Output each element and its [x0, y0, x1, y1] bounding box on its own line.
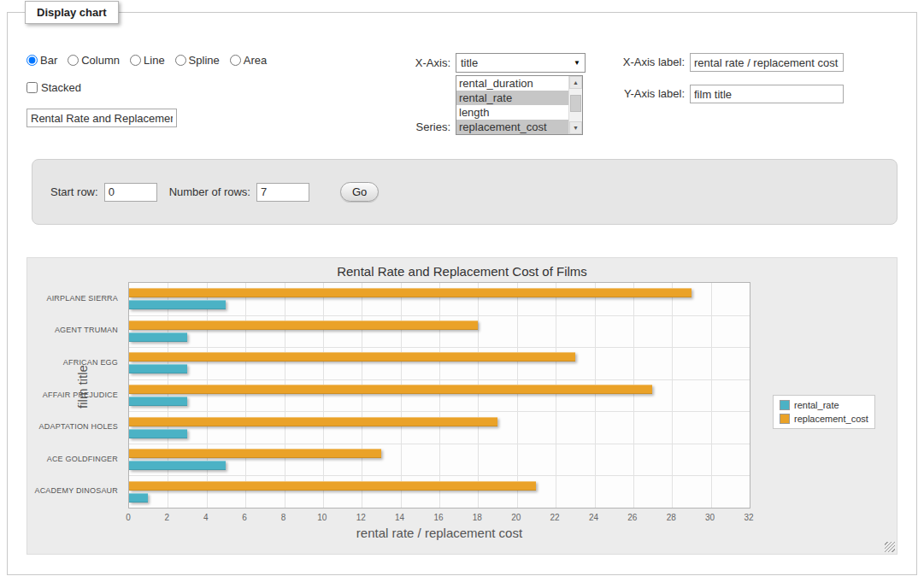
- x-tick-label: 22: [550, 513, 560, 522]
- x-tick-label: 4: [203, 513, 209, 522]
- grid-line-vertical: [362, 283, 362, 508]
- grid-line-horizontal: [129, 444, 750, 444]
- category-label: ADAPTATION HOLES: [39, 422, 118, 431]
- x-tick-label: 12: [356, 513, 366, 522]
- bar-replacement_cost: [129, 352, 575, 362]
- x-tick-label: 6: [242, 513, 247, 522]
- chart-type-option-bar[interactable]: Bar: [26, 54, 57, 67]
- bar-replacement_cost: [129, 320, 478, 330]
- x-tick-label: 18: [473, 513, 482, 522]
- chart-type-option-label: Bar: [40, 54, 57, 67]
- chart-type-radio-area[interactable]: [230, 55, 241, 66]
- category-label: AFFAIR PREJUDICE: [43, 391, 118, 399]
- x-tick-label: 14: [395, 513, 404, 522]
- grid-line-horizontal: [129, 379, 750, 380]
- grid-line-horizontal: [129, 475, 750, 476]
- resize-handle-icon[interactable]: [885, 542, 895, 552]
- x-axis-selected-value: title: [461, 56, 478, 69]
- x-tick-label: 32: [744, 513, 753, 522]
- category-label: AIRPLANE SIERRA: [46, 294, 118, 303]
- bar-rental_rate: [129, 429, 187, 438]
- legend-label: replacement_cost: [794, 414, 868, 424]
- num-rows-input[interactable]: [256, 183, 309, 202]
- grid-line-vertical: [517, 283, 518, 508]
- chart-type-option-label: Spline: [189, 54, 220, 67]
- chart-type-option-line[interactable]: Line: [130, 54, 165, 67]
- bar-rental_rate: [129, 364, 187, 373]
- y-category-labels: AIRPLANE SIERRAAGENT TRUMANAFRICAN EGGAF…: [27, 282, 123, 509]
- bar-rental_rate: [129, 461, 226, 470]
- chart-type-option-spline[interactable]: Spline: [175, 54, 220, 67]
- chart-type-radio-line[interactable]: [130, 55, 141, 66]
- grid-line-vertical: [207, 283, 208, 508]
- page: Display chart BarColumnLineSplineArea St…: [0, 0, 924, 582]
- start-row-input[interactable]: [104, 183, 157, 202]
- x-tick-label: 0: [126, 513, 131, 522]
- chart-type-option-area[interactable]: Area: [230, 54, 267, 67]
- chart-type-option-column[interactable]: Column: [68, 54, 120, 67]
- grid-line-vertical: [323, 283, 324, 508]
- x-tick-labels: 02468101214161820222426283032: [128, 513, 750, 523]
- stacked-checkbox-row[interactable]: Stacked: [26, 81, 81, 94]
- grid-line-horizontal: [129, 315, 750, 316]
- legend-label: rental_rate: [794, 400, 839, 410]
- scroll-down-icon[interactable]: ▼: [569, 121, 582, 134]
- bar-replacement_cost: [129, 385, 652, 394]
- x-axis-label-input[interactable]: [690, 53, 844, 72]
- chart-x-axis-title: rental rate / replacement cost: [128, 526, 750, 540]
- x-tick-label: 20: [511, 513, 521, 522]
- x-axis-select[interactable]: title ▼: [456, 53, 586, 73]
- chart-title-input[interactable]: [26, 109, 177, 127]
- stacked-label: Stacked: [41, 81, 81, 94]
- grid-line-vertical: [401, 283, 402, 508]
- legend-swatch: [780, 414, 790, 424]
- grid-line-vertical: [633, 283, 634, 508]
- chart-type-radio-column[interactable]: [68, 55, 79, 66]
- plot-area: [128, 282, 750, 509]
- scrollbar-thumb[interactable]: [570, 95, 581, 112]
- series-option-replacement_cost[interactable]: replacement_cost: [456, 120, 568, 134]
- chart-type-option-label: Line: [144, 54, 165, 67]
- grid-line-vertical: [285, 283, 285, 508]
- go-button[interactable]: Go: [340, 182, 379, 202]
- x-tick-label: 24: [589, 513, 598, 522]
- bar-rental_rate: [129, 332, 187, 342]
- category-label: AGENT TRUMAN: [55, 326, 118, 334]
- y-axis-label-input[interactable]: [690, 85, 844, 103]
- chart-container: Rental Rate and Replacement Cost of Film…: [26, 257, 898, 555]
- series-listbox[interactable]: rental_durationrental_ratelengthreplacem…: [456, 75, 583, 135]
- bar-rental_rate: [129, 493, 148, 503]
- x-tick-label: 30: [705, 513, 715, 522]
- bar-replacement_cost: [129, 288, 692, 297]
- series-options: rental_durationrental_ratelengthreplacem…: [456, 76, 568, 134]
- series-option-rental_rate[interactable]: rental_rate: [456, 91, 568, 105]
- bar-replacement_cost: [129, 481, 536, 491]
- y-axis-label-field-label: Y-Axis label:: [604, 87, 685, 100]
- x-axis-label-field-label: X-Axis label:: [604, 56, 685, 68]
- grid-line-vertical: [556, 283, 556, 508]
- grid-line-vertical: [478, 283, 479, 508]
- fieldset-legend: Display chart: [25, 1, 119, 24]
- x-tick-label: 16: [433, 513, 443, 522]
- chart-type-option-label: Column: [81, 54, 120, 67]
- grid-line-vertical: [245, 283, 246, 508]
- scroll-up-icon[interactable]: ▲: [569, 76, 582, 89]
- listbox-scrollbar[interactable]: ▲ ▼: [568, 76, 582, 134]
- x-axis-select-label: X-Axis:: [375, 56, 450, 69]
- chart-type-radio-bar[interactable]: [26, 55, 38, 66]
- chart-type-radiogroup: BarColumnLineSplineArea: [26, 54, 267, 67]
- chart-type-radio-spline[interactable]: [175, 55, 186, 66]
- x-tick-label: 2: [165, 513, 170, 522]
- category-label: AFRICAN EGG: [63, 358, 118, 367]
- legend-item-rental_rate: rental_rate: [780, 400, 868, 410]
- stacked-checkbox[interactable]: [26, 82, 38, 93]
- grid-line-vertical: [711, 283, 712, 508]
- x-tick-label: 28: [667, 513, 676, 522]
- series-option-length[interactable]: length: [456, 105, 568, 120]
- num-rows-label: Number of rows:: [169, 185, 250, 198]
- series-select-label: Series:: [375, 121, 450, 133]
- chevron-down-icon: ▼: [574, 59, 580, 67]
- series-option-rental_duration[interactable]: rental_duration: [456, 76, 568, 91]
- category-label: ACADEMY DINOSAUR: [34, 486, 118, 495]
- bar-rental_rate: [129, 300, 226, 309]
